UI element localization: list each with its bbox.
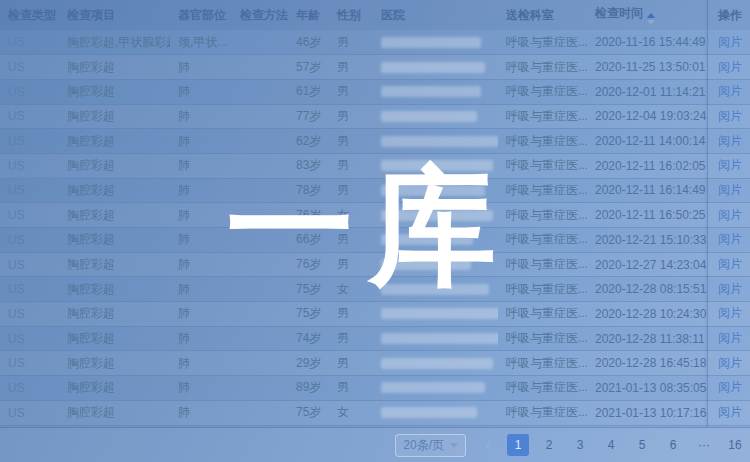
column-label: 检查方法: [240, 8, 288, 22]
cell-method: [232, 203, 288, 228]
cell-dept: 呼吸与重症医...: [498, 302, 587, 327]
read-film-link[interactable]: 阅片: [718, 331, 742, 345]
read-film-link[interactable]: 阅片: [718, 158, 742, 172]
chevron-down-icon: [450, 443, 458, 448]
cell-gender: 男: [329, 326, 373, 351]
cell-gender: 男: [329, 153, 373, 178]
pager-page-16[interactable]: 16: [724, 434, 746, 456]
cell-hospital: [373, 302, 498, 327]
table-row: US胸腔彩超,甲状腺彩超颈,甲状...46岁男呼吸与重症医...2020-11-…: [0, 30, 750, 55]
cell-age: 89岁: [288, 376, 329, 401]
pager-more[interactable]: ···: [693, 434, 715, 456]
read-film-link[interactable]: 阅片: [718, 208, 742, 222]
sort-caret-icon[interactable]: [647, 13, 655, 25]
cell-action: 阅片: [710, 302, 750, 327]
table-row: US胸腔彩超肺83岁男呼吸与重症医...2020-12-11 16:02:05阅…: [0, 153, 750, 178]
cell-dept: 呼吸与重症医...: [498, 30, 587, 55]
cell-dept: 呼吸与重症医...: [498, 203, 587, 228]
read-film-link[interactable]: 阅片: [718, 282, 742, 296]
exam-table: 检查类型检查项目器官部位检查方法年龄性别医院送检科室检查时间操作 US胸腔彩超,…: [0, 0, 750, 426]
cell-method: [232, 153, 288, 178]
hospital-redacted-bar: [381, 160, 493, 171]
cell-time: 2020-12-04 19:03:24: [587, 104, 710, 129]
read-film-link[interactable]: 阅片: [718, 183, 742, 197]
read-film-link[interactable]: 阅片: [718, 356, 742, 370]
cell-method: [232, 302, 288, 327]
cell-gender: 男: [329, 228, 373, 253]
table-row: US胸腔彩超肺78岁男呼吸与重症医...2020-12-11 16:14:49阅…: [0, 178, 750, 203]
column-header-time[interactable]: 检查时间: [587, 0, 710, 30]
read-film-link[interactable]: 阅片: [718, 35, 742, 49]
read-film-link[interactable]: 阅片: [718, 257, 742, 271]
cell-item: 胸腔彩超: [59, 302, 170, 327]
cell-method: [232, 326, 288, 351]
cell-type: US: [0, 79, 59, 104]
pager-page-1[interactable]: 1: [507, 434, 529, 456]
hospital-redacted-bar: [381, 136, 498, 147]
cell-time: 2020-12-11 16:50:25: [587, 203, 710, 228]
cell-gender: 男: [329, 252, 373, 277]
pager-page-6[interactable]: 6: [662, 434, 684, 456]
cell-dept: 呼吸与重症医...: [498, 153, 587, 178]
read-film-link[interactable]: 阅片: [718, 109, 742, 123]
cell-item: 胸腔彩超: [59, 178, 170, 203]
cell-gender: 女: [329, 203, 373, 228]
cell-method: [232, 400, 288, 425]
cell-item: 胸腔彩超: [59, 79, 170, 104]
table-row: US胸腔彩超肺29岁男呼吸与重症医...2020-12-28 16:45:18阅…: [0, 351, 750, 376]
cell-method: [232, 104, 288, 129]
cell-type: US: [0, 30, 59, 55]
cell-item: 胸腔彩超: [59, 153, 170, 178]
cell-age: 75岁: [288, 302, 329, 327]
sort-desc-icon[interactable]: [647, 20, 655, 25]
read-film-link[interactable]: 阅片: [718, 60, 742, 74]
cell-time: 2020-11-16 15:44:49: [587, 30, 710, 55]
cell-time: 2020-12-11 16:14:49: [587, 178, 710, 203]
table-row: US胸腔彩超肺75岁女呼吸与重症医...2020-12-28 08:15:51阅…: [0, 277, 750, 302]
cell-age: 61岁: [288, 79, 329, 104]
cell-type: US: [0, 55, 59, 80]
cell-time: 2020-12-11 16:02:05: [587, 153, 710, 178]
pager-page-2[interactable]: 2: [538, 434, 560, 456]
pager-page-4[interactable]: 4: [600, 434, 622, 456]
column-label: 医院: [381, 8, 405, 22]
read-film-link[interactable]: 阅片: [718, 134, 742, 148]
cell-item: 胸腔彩超: [59, 326, 170, 351]
cell-part: 肺: [170, 178, 232, 203]
cell-method: [232, 55, 288, 80]
prev-page-button[interactable]: ‹: [478, 437, 498, 453]
cell-action: 阅片: [710, 79, 750, 104]
page-size-select[interactable]: 20条/页: [395, 434, 466, 457]
sort-asc-icon[interactable]: [647, 13, 655, 18]
column-header-action: 操作: [710, 0, 750, 30]
cell-age: 75岁: [288, 400, 329, 425]
cell-part: 颈,甲状...: [170, 30, 232, 55]
read-film-link[interactable]: 阅片: [718, 306, 742, 320]
fixed-column-divider: [707, 0, 708, 427]
cell-type: US: [0, 376, 59, 401]
cell-part: 肺: [170, 129, 232, 154]
cell-item: 胸腔彩超: [59, 104, 170, 129]
cell-part: 肺: [170, 400, 232, 425]
cell-part: 肺: [170, 277, 232, 302]
pagination-bar: 20条/页 ‹ 123456···16: [0, 427, 750, 462]
read-film-link[interactable]: 阅片: [718, 232, 742, 246]
cell-action: 阅片: [710, 178, 750, 203]
read-film-link[interactable]: 阅片: [718, 380, 742, 394]
cell-type: US: [0, 277, 59, 302]
read-film-link[interactable]: 阅片: [718, 84, 742, 98]
cell-dept: 呼吸与重症医...: [498, 252, 587, 277]
cell-item: 胸腔彩超: [59, 351, 170, 376]
cell-gender: 女: [329, 400, 373, 425]
cell-action: 阅片: [710, 203, 750, 228]
pager-page-5[interactable]: 5: [631, 434, 653, 456]
page-size-label: 20条/页: [403, 437, 444, 454]
read-film-link[interactable]: 阅片: [718, 405, 742, 419]
cell-hospital: [373, 129, 498, 154]
pager-page-3[interactable]: 3: [569, 434, 591, 456]
cell-type: US: [0, 178, 59, 203]
cell-action: 阅片: [710, 252, 750, 277]
cell-part: 肺: [170, 55, 232, 80]
exam-list-screen: 检查类型检查项目器官部位检查方法年龄性别医院送检科室检查时间操作 US胸腔彩超,…: [0, 0, 750, 462]
cell-hospital: [373, 326, 498, 351]
